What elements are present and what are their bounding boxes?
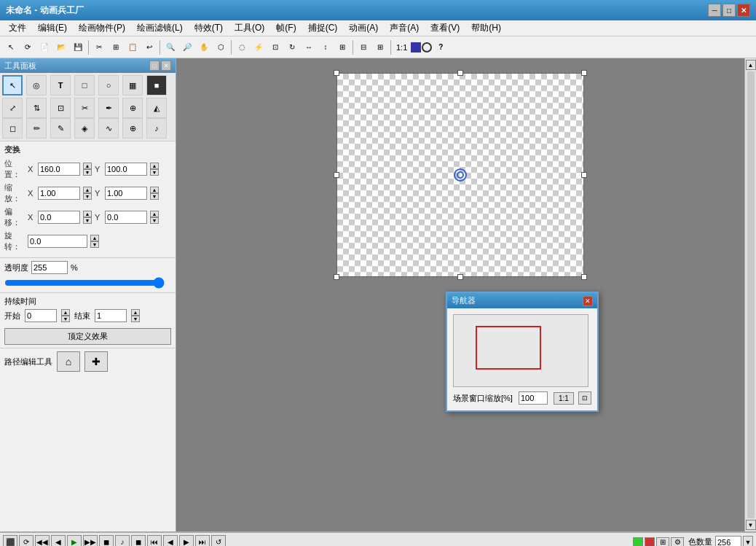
handle-mr[interactable]: [581, 172, 587, 178]
toolbar-arrange[interactable]: ⊞: [334, 39, 350, 55]
navigator-11-button[interactable]: 1:1: [554, 392, 574, 405]
menu-tools[interactable]: 工具(O): [229, 20, 270, 36]
scroll-up-btn[interactable]: ▲: [746, 60, 756, 70]
path-editor-btn1[interactable]: ⌂: [57, 351, 80, 372]
scale-x-up[interactable]: ▲: [83, 187, 92, 193]
minimize-button[interactable]: ─: [708, 4, 721, 17]
toolbar-align[interactable]: ⊟: [355, 39, 371, 55]
navigator-close-button[interactable]: ✕: [583, 296, 593, 306]
start-input[interactable]: [25, 309, 57, 322]
menu-animation[interactable]: 动画(A): [343, 20, 384, 36]
tool-magnifier[interactable]: ⊕: [122, 118, 143, 139]
menu-edit[interactable]: 编辑(E): [32, 20, 73, 36]
toolbar-copy[interactable]: ⊞: [108, 39, 124, 55]
transparency-input[interactable]: [31, 261, 68, 274]
shear-x-down[interactable]: ▼: [83, 217, 92, 224]
toolbar-magic[interactable]: ⚡: [251, 39, 267, 55]
pos-x-up[interactable]: ▲: [83, 163, 92, 169]
scale-x-input[interactable]: [38, 187, 80, 200]
tool-transform2[interactable]: ⤢: [2, 98, 23, 118]
tool-scissors[interactable]: ✂: [74, 98, 95, 118]
rotate-spin[interactable]: ▲▼: [90, 235, 99, 248]
toolbar-color-rect[interactable]: [411, 42, 421, 52]
tl-play-btn[interactable]: ▶: [67, 535, 82, 547]
menu-capture[interactable]: 捕捉(C): [302, 20, 344, 36]
tool-rect[interactable]: □: [74, 75, 95, 95]
toolbar-rotate[interactable]: ↻: [284, 39, 300, 55]
tl-next-btn[interactable]: ▶▶: [83, 535, 98, 547]
end-spin[interactable]: ▲▼: [131, 309, 140, 322]
end-up[interactable]: ▲: [131, 309, 140, 316]
toolbar-new[interactable]: 📄: [36, 39, 52, 55]
toolbar-grid[interactable]: ⊞: [372, 39, 388, 55]
menu-frame[interactable]: 帧(F): [270, 20, 302, 36]
toolbar-hand[interactable]: ✋: [196, 39, 212, 55]
handle-tr[interactable]: [581, 70, 587, 76]
toolbar-refresh[interactable]: ⟳: [20, 39, 36, 55]
toolbar-undo[interactable]: ↩: [141, 39, 157, 55]
toolbar-cut[interactable]: ✂: [91, 39, 107, 55]
panel-close-btn[interactable]: ✕: [161, 61, 171, 71]
handle-br[interactable]: [581, 274, 587, 280]
pos-y-up[interactable]: ▲: [150, 163, 159, 169]
tool-smear2[interactable]: ∿: [98, 118, 119, 139]
shear-y-spin[interactable]: ▲▼: [150, 211, 159, 224]
maximize-button[interactable]: □: [722, 4, 736, 17]
tl-first-btn[interactable]: ⏮: [147, 535, 162, 547]
scale-x-spin[interactable]: ▲▼: [83, 187, 92, 200]
scroll-down-btn[interactable]: ▼: [746, 520, 756, 530]
tool-arrow[interactable]: ↖: [2, 75, 23, 95]
tool-pen2[interactable]: ✒: [98, 98, 119, 118]
toolbar-paste[interactable]: 📋: [125, 39, 141, 55]
menu-help[interactable]: 帮助(H): [465, 20, 507, 36]
end-down[interactable]: ▼: [131, 316, 140, 322]
tl-palette-btn[interactable]: ⊞: [656, 537, 669, 547]
shear-x-spin[interactable]: ▲▼: [83, 211, 92, 224]
tl-back-btn[interactable]: ◀: [51, 535, 66, 547]
toolbar-zoom-out[interactable]: 🔎: [179, 39, 195, 55]
color-red[interactable]: [645, 537, 655, 547]
shear-x-up[interactable]: ▲: [83, 211, 92, 217]
toolbar-zoom-in[interactable]: 🔍: [162, 39, 178, 55]
shear-y-down[interactable]: ▼: [150, 217, 159, 224]
tl-stop-btn[interactable]: ◼: [99, 535, 114, 547]
tool-stamp2[interactable]: ◈: [74, 118, 95, 139]
toolbar-lasso[interactable]: ◌: [234, 39, 250, 55]
scale-y-down[interactable]: ▼: [150, 193, 159, 200]
tl-stop2-btn[interactable]: ◼: [131, 535, 146, 547]
toolbar-open[interactable]: 📂: [53, 39, 69, 55]
color-count-spin[interactable]: ▼: [743, 536, 753, 547]
handle-tl[interactable]: [334, 70, 339, 76]
tool-gradient2[interactable]: ▦: [122, 75, 143, 95]
tool-pencil2[interactable]: ✏: [26, 118, 47, 139]
tl-last-btn[interactable]: ⏭: [195, 535, 210, 547]
shear-y-up[interactable]: ▲: [150, 211, 159, 217]
path-editor-btn2[interactable]: ✚: [84, 351, 108, 372]
position-y-input[interactable]: [105, 163, 147, 176]
tl-prev2-btn[interactable]: ◀: [163, 535, 178, 547]
tool-eraser2[interactable]: ◻: [2, 118, 23, 139]
shear-x-input[interactable]: [38, 211, 80, 224]
tool-eyedropper2[interactable]: ⊕: [122, 98, 143, 118]
panel-float-btn[interactable]: □: [149, 61, 160, 71]
tl-grid-btn[interactable]: ⬛: [3, 535, 17, 547]
shear-y-input[interactable]: [105, 211, 147, 224]
scroll-thumb[interactable]: [747, 71, 755, 518]
toolbar-crop[interactable]: ⊡: [267, 39, 283, 55]
menu-drawing-object[interactable]: 绘画物件(P): [73, 20, 131, 36]
rotate-down[interactable]: ▼: [90, 241, 99, 248]
scale-y-spin[interactable]: ▲▼: [150, 187, 159, 200]
position-x-input[interactable]: [38, 163, 80, 176]
start-up[interactable]: ▲: [61, 309, 70, 316]
navigator-fit-button[interactable]: ⊡: [578, 391, 591, 405]
color-count-input[interactable]: [715, 536, 741, 547]
tl-prev-btn[interactable]: ◀◀: [35, 535, 50, 547]
toolbar-help[interactable]: ?: [433, 39, 449, 55]
transparency-slider[interactable]: [4, 277, 165, 289]
tool-brush2[interactable]: ■: [146, 75, 167, 95]
menu-file[interactable]: 文件: [3, 20, 32, 36]
tool-audio2[interactable]: ♪: [146, 118, 167, 139]
start-spin[interactable]: ▲▼: [61, 309, 70, 322]
pos-x-down[interactable]: ▼: [83, 169, 92, 176]
handle-bl[interactable]: [334, 274, 339, 280]
